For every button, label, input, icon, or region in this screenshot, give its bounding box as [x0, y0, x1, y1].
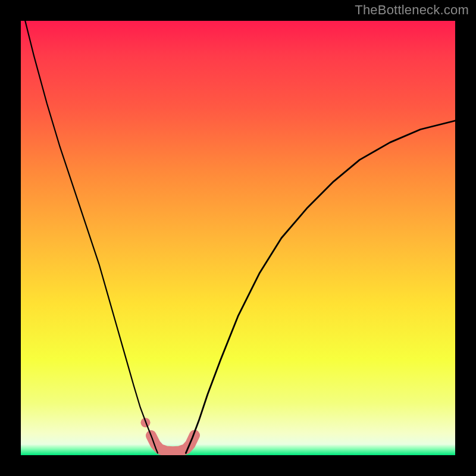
- left-curve: [25, 21, 158, 453]
- plot-area: [21, 21, 455, 455]
- watermark-text: TheBottleneck.com: [355, 2, 469, 18]
- curve-layer: [21, 21, 455, 455]
- right-curve: [186, 121, 455, 453]
- chart-frame: TheBottleneck.com: [0, 0, 476, 476]
